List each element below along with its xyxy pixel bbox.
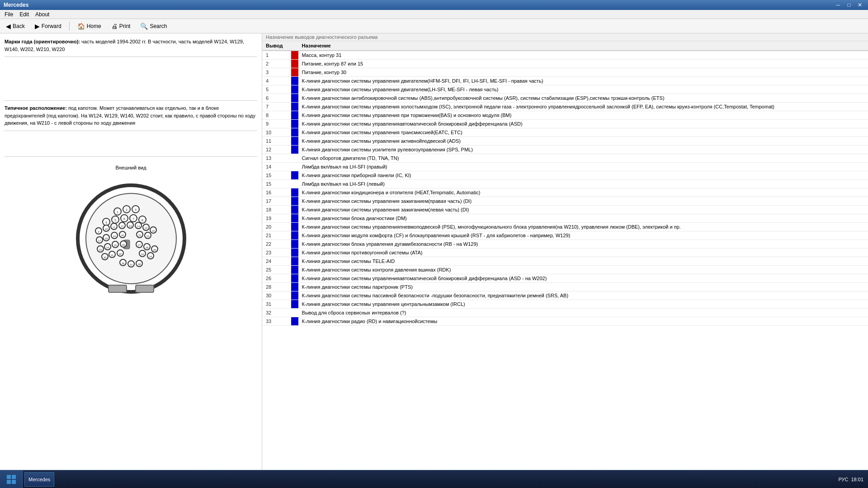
svg-text:2: 2	[126, 208, 127, 211]
table-row: 4К-линия диагностики системы управления …	[262, 77, 868, 85]
svg-text:18: 18	[104, 237, 108, 240]
col-pin-header: Вывод	[262, 41, 291, 51]
svg-text:13: 13	[128, 225, 132, 227]
table-row: 8К-линия диагностики системы управления …	[262, 111, 868, 120]
pin-indicator	[291, 137, 298, 145]
table-row: 9К-линия диагностики системы управленияа…	[262, 120, 868, 128]
svg-text:10: 10	[104, 228, 108, 230]
table-row: 12К-линия диагностики системы усилителя …	[262, 145, 868, 154]
table-row: 22К-линия диагностики блока управления д…	[262, 240, 868, 249]
toolbar: ◀ Back ▶ Forward 🏠 Home 🖨 Print 🔍 Search	[0, 19, 868, 33]
pin-number: 25	[262, 266, 291, 274]
pin-number: 20	[262, 223, 291, 231]
right-panel[interactable]: Назначение выводов диагностического разъ…	[262, 33, 868, 470]
search-button[interactable]: 🔍 Search	[136, 20, 171, 32]
forward-button[interactable]: ▶ Forward	[31, 20, 66, 32]
pin-indicator	[291, 51, 298, 60]
pin-indicator	[291, 85, 298, 94]
pin-purpose: К-линия диагностики системы управления д…	[298, 77, 868, 85]
menu-file[interactable]: File	[2, 10, 16, 19]
svg-text:34: 34	[149, 255, 152, 258]
pin-indicator	[291, 249, 298, 257]
pin-purpose: К-линия диагностики радио (RD) и навигац…	[298, 317, 868, 326]
pin-indicator	[291, 145, 298, 154]
pin-purpose: Сигнал оборотов двигателя (TD, TNA, TN)	[298, 154, 868, 163]
pin-indicator	[291, 291, 298, 300]
svg-text:19: 19	[113, 235, 116, 238]
pin-number: 15	[262, 180, 291, 188]
pin-purpose: К-линия диагностики системы управления д…	[298, 85, 868, 94]
pin-number: 4	[262, 77, 291, 85]
table-row: 15К-линия диагностики приборной панели (…	[262, 171, 868, 180]
pin-indicator	[291, 171, 298, 180]
close-button[interactable]: ✕	[855, 1, 864, 9]
back-button[interactable]: ◀ Back	[2, 20, 29, 32]
pin-number: 30	[262, 291, 291, 300]
svg-text:17: 17	[98, 239, 101, 242]
pin-number: 15	[262, 171, 291, 180]
svg-text:16: 16	[151, 230, 155, 232]
forward-label: Forward	[42, 23, 61, 29]
table-row: 25К-линия диагностики системы контроля д…	[262, 266, 868, 274]
pin-purpose: Масса, контур 31	[298, 51, 868, 60]
pin-indicator	[291, 188, 298, 197]
pin-number: 9	[262, 120, 291, 128]
svg-text:23: 23	[99, 249, 102, 251]
svg-text:7: 7	[132, 217, 134, 221]
pin-indicator	[291, 283, 298, 291]
menu-edit[interactable]: Edit	[17, 10, 32, 19]
pin-indicator	[291, 274, 298, 283]
svg-text:28: 28	[145, 246, 148, 249]
svg-text:22: 22	[146, 235, 149, 238]
svg-text:38: 38	[137, 263, 141, 266]
pin-purpose: К-линия диагностики модуля комфорта (CF)…	[298, 231, 868, 240]
svg-text:6: 6	[123, 217, 125, 221]
pin-indicator	[291, 60, 298, 68]
title-bar: Mercedes ─ □ ✕	[0, 0, 868, 10]
table-row: 16К-линия диагностики кондиционера и ото…	[262, 188, 868, 197]
pin-purpose: К-линия диагностики системы парктроник (…	[298, 283, 868, 291]
window-controls[interactable]: ─ □ ✕	[834, 1, 864, 9]
left-panel[interactable]: Марки года (ориентировочно): часть модел…	[0, 33, 262, 470]
table-row: 6К-линия диагностики антиблокировочной с…	[262, 94, 868, 103]
menu-about[interactable]: About	[33, 10, 52, 19]
table-row: 20К-линия диагностики системы управления…	[262, 223, 868, 231]
pin-indicator	[291, 231, 298, 240]
year-text: Марки года (ориентировочно): часть модел…	[5, 38, 257, 53]
print-button[interactable]: 🖨 Print	[107, 20, 135, 32]
pin-indicator	[291, 154, 298, 163]
pin-number: 28	[262, 283, 291, 291]
pin-purpose: К-линия диагностики системы управления ц…	[298, 300, 868, 309]
pin-number: 8	[262, 111, 291, 120]
table-row: 7К-линия диагностики системы управления …	[262, 103, 868, 111]
image-placeholder-2	[5, 135, 257, 153]
pin-purpose: К-линия диагностики системы управления х…	[298, 103, 868, 111]
table-row: 19К-линия диагностики блока диагностики …	[262, 214, 868, 223]
svg-text:15: 15	[144, 227, 147, 230]
svg-text:37: 37	[129, 263, 132, 266]
maximize-button[interactable]: □	[844, 1, 854, 9]
back-label: Back	[13, 23, 25, 29]
minimize-button[interactable]: ─	[834, 1, 843, 9]
home-button[interactable]: 🏠 Home	[73, 20, 105, 32]
forward-icon: ▶	[35, 23, 40, 30]
svg-text:31: 31	[110, 254, 113, 257]
pin-purpose: К-линия диагностики системы управленияпн…	[298, 223, 868, 231]
pin-number: 23	[262, 249, 291, 257]
pin-number: 10	[262, 128, 291, 137]
back-icon: ◀	[6, 23, 11, 30]
table-row: 30К-линия диагностики системы пассивной …	[262, 291, 868, 300]
pin-indicator	[291, 120, 298, 128]
pin-number: 16	[262, 188, 291, 197]
main-content: Марки года (ориентировочно): часть модел…	[0, 33, 868, 470]
table-row: 2Питание, контур 87 или 15	[262, 60, 868, 68]
table-row: 10К-линия диагностики системы управления…	[262, 128, 868, 137]
pin-number: 11	[262, 137, 291, 145]
pin-number: 31	[262, 300, 291, 309]
svg-text:33: 33	[141, 253, 144, 256]
pin-purpose: К-линия диагностики системы управления п…	[298, 111, 868, 120]
pin-indicator	[291, 309, 298, 317]
print-label: Print	[119, 23, 131, 29]
connector-diagram: 1 2 3 4 5 6 7 8	[72, 173, 190, 300]
table-row: 32Вывод для сброса сервисных интервалов …	[262, 309, 868, 317]
